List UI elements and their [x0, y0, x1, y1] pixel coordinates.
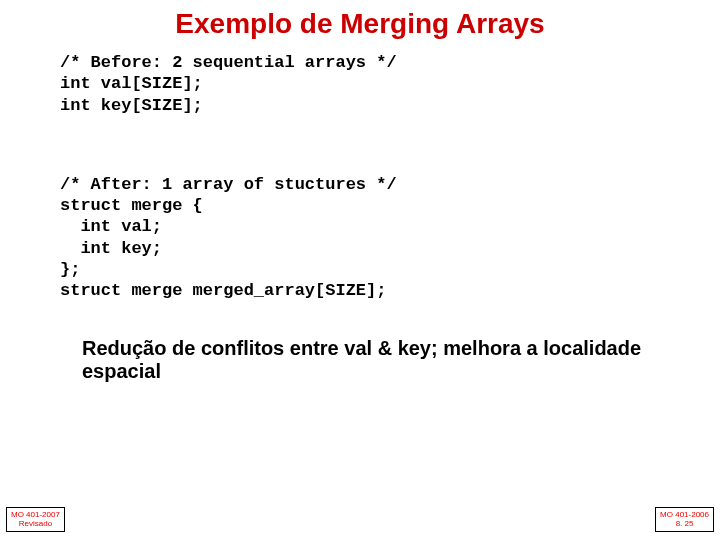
footer-right-line2: 8. 25	[660, 519, 709, 529]
footer-right-box: MO 401-2006 8. 25	[655, 507, 714, 532]
slide-title: Exemplo de Merging Arrays	[0, 0, 720, 52]
footer-right-line1: MO 401-2006	[660, 510, 709, 520]
footer-left-line2: Revisado	[11, 519, 60, 529]
code-before-block: /* Before: 2 sequential arrays */ int va…	[0, 52, 720, 116]
spacer	[0, 116, 720, 174]
footer-left-box: MO 401-2007 Revisado	[6, 507, 65, 532]
code-after-block: /* After: 1 array of stuctures */ struct…	[0, 174, 720, 302]
footer-left-line1: MO 401-2007	[11, 510, 60, 520]
summary-text: Redução de conflitos entre val & key; me…	[0, 301, 720, 383]
